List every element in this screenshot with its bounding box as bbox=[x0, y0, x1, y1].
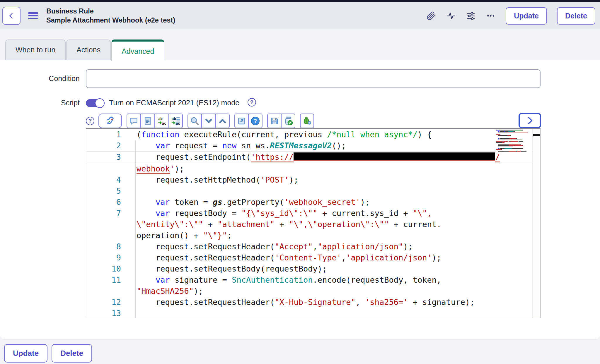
open-fullscreen-icon[interactable] bbox=[234, 114, 248, 128]
personalize-icon[interactable] bbox=[466, 11, 476, 21]
code-line[interactable]: 5 bbox=[86, 186, 533, 197]
toolbar-group: abacabac bbox=[127, 114, 183, 128]
condition-input[interactable] bbox=[86, 69, 541, 88]
back-button[interactable] bbox=[2, 7, 21, 25]
code-line[interactable]: webhook'); bbox=[86, 163, 533, 174]
code-line[interactable]: 2 var request = new sn_ws.RESTMessageV2(… bbox=[86, 140, 533, 151]
syntax-check-icon[interactable] bbox=[98, 114, 122, 128]
code-line[interactable]: 6 var token = gs.getProperty('webhook_se… bbox=[86, 197, 533, 208]
chevron-left-icon bbox=[7, 11, 16, 20]
svg-text:ab: ab bbox=[172, 117, 176, 121]
code-line[interactable]: \"entity\":\"" + "attachment" + "\",\"op… bbox=[86, 219, 533, 230]
debug-icon[interactable] bbox=[300, 114, 314, 128]
context-menu-icon[interactable] bbox=[28, 12, 38, 19]
code-text: (function executeRule(current, previous … bbox=[137, 129, 533, 140]
code-token: ); bbox=[360, 198, 370, 207]
code-token: / bbox=[495, 152, 500, 162]
tab-actions[interactable]: Actions bbox=[66, 40, 111, 60]
update-button-footer[interactable]: Update bbox=[4, 344, 47, 363]
code-line[interactable]: 10 request.setRequestBody(requestBody); bbox=[86, 263, 533, 274]
record-title: Business Rule Sample Attachment Webhook … bbox=[46, 7, 175, 25]
delete-button-header[interactable]: Delete bbox=[557, 7, 595, 25]
code-token: + bbox=[203, 220, 218, 229]
code-token: , bbox=[356, 298, 365, 307]
more-icon[interactable] bbox=[486, 11, 496, 21]
search-icon[interactable] bbox=[188, 114, 202, 128]
code-token: ; bbox=[227, 231, 232, 240]
script-code-editor[interactable]: 1(function executeRule(current, previous… bbox=[86, 128, 541, 318]
es-mode-help-icon[interactable]: ? bbox=[248, 98, 256, 107]
toolbar-group: ? bbox=[234, 114, 262, 128]
delete-button-footer[interactable]: Delete bbox=[52, 344, 92, 363]
code-line[interactable]: 8 request.setRequestHeader("Accept","app… bbox=[86, 241, 533, 252]
record-header: Business Rule Sample Attachment Webhook … bbox=[0, 2, 600, 29]
code-line[interactable]: 12 request.setRequestHeader("X-Hub-Signa… bbox=[86, 297, 533, 308]
code-token: ' bbox=[170, 164, 175, 173]
find-previous-icon[interactable] bbox=[216, 114, 230, 128]
format-code-icon[interactable] bbox=[141, 114, 155, 128]
code-line[interactable]: 4 request.setHttpMethod('POST'); bbox=[86, 174, 533, 186]
activity-icon[interactable] bbox=[446, 11, 456, 21]
save-icon[interactable] bbox=[267, 114, 281, 128]
validate-script-icon[interactable] bbox=[281, 114, 295, 128]
code-line[interactable]: 1(function executeRule(current, previous… bbox=[86, 129, 533, 140]
line-number: 7 bbox=[86, 208, 137, 219]
code-token: request.setRequestHeader( bbox=[137, 253, 275, 262]
code-token: request.setHttpMethod( bbox=[137, 175, 260, 184]
code-token: 'sha256=' bbox=[365, 298, 408, 307]
code-text bbox=[137, 186, 533, 197]
code-token: \"entity\":\"" bbox=[137, 220, 203, 229]
code-line[interactable]: 9 request.setRequestHeader('Content-Type… bbox=[86, 252, 533, 263]
toolbar-group bbox=[300, 114, 314, 128]
line-number: 2 bbox=[86, 140, 137, 151]
code-token: executeRule(current, previous bbox=[179, 130, 327, 139]
toggle-comment-icon[interactable] bbox=[127, 114, 141, 128]
line-number: 4 bbox=[86, 174, 137, 186]
code-token: 'webhook_secret' bbox=[284, 198, 360, 207]
es-mode-toggle[interactable] bbox=[86, 99, 104, 107]
line-number: 9 bbox=[86, 252, 137, 263]
code-text: request.setHttpMethod('POST'); bbox=[137, 174, 533, 186]
expand-editor-button[interactable] bbox=[519, 113, 541, 128]
code-text: request.setEndpoint('https:/// bbox=[137, 152, 533, 163]
code-line[interactable]: 7 var requestBody = "{\"sys_id\":\"" + c… bbox=[86, 208, 533, 219]
find-next-icon[interactable] bbox=[202, 114, 216, 128]
line-number: 5 bbox=[86, 186, 137, 197]
code-line[interactable]: "HmacSHA256"); bbox=[86, 286, 533, 297]
code-line[interactable]: 3 request.setEndpoint('https:/// bbox=[86, 151, 533, 163]
code-text: \"entity\":\"" + "attachment" + "\",\"op… bbox=[137, 219, 533, 230]
code-token: /*null when async*/ bbox=[327, 130, 417, 139]
code-token: , bbox=[341, 253, 346, 262]
replace-icon[interactable]: abac bbox=[155, 114, 169, 128]
help-icon[interactable]: ? bbox=[86, 117, 94, 125]
editor-scrollbar[interactable] bbox=[533, 129, 540, 318]
code-token: + current. bbox=[389, 220, 442, 229]
code-line[interactable]: 11 var signature = SncAuthentication.enc… bbox=[86, 274, 533, 286]
code-line[interactable]: operation() + "\"}"; bbox=[86, 230, 533, 241]
code-token: "application/json" bbox=[318, 242, 403, 251]
code-token: "\",\"operation\":\"" bbox=[289, 220, 389, 229]
update-button-header[interactable]: Update bbox=[506, 7, 547, 25]
code-token: request.setRequestBody(requestBody); bbox=[137, 264, 327, 273]
code-token: "\", bbox=[413, 209, 432, 218]
scrollbar-thumb[interactable] bbox=[533, 134, 540, 136]
redacted-url bbox=[294, 152, 495, 161]
code-token: , bbox=[313, 242, 317, 251]
code-token: ); bbox=[175, 164, 184, 173]
code-token: gs bbox=[213, 198, 222, 207]
code-token: SncAuthentication bbox=[232, 275, 313, 284]
tab-advanced[interactable]: Advanced bbox=[111, 40, 164, 61]
record-name: Sample Attachment Webhook (e2e test) bbox=[46, 16, 175, 25]
code-token: ( bbox=[137, 130, 141, 139]
script-editor-toolbar: ?abacabac? bbox=[86, 114, 314, 128]
code-token: 'POST' bbox=[260, 175, 289, 184]
svg-text:ab: ab bbox=[158, 117, 163, 121]
replace-all-icon[interactable]: abac bbox=[169, 114, 183, 128]
attachment-icon[interactable] bbox=[426, 11, 436, 21]
code-token: RESTMessageV2 bbox=[270, 141, 332, 150]
api-help-icon[interactable]: ? bbox=[248, 114, 262, 128]
code-minimap[interactable] bbox=[496, 129, 532, 154]
code-line[interactable]: 13 bbox=[86, 308, 533, 318]
tab-when-to-run[interactable]: When to run bbox=[5, 40, 66, 60]
code-token: function bbox=[141, 130, 179, 139]
